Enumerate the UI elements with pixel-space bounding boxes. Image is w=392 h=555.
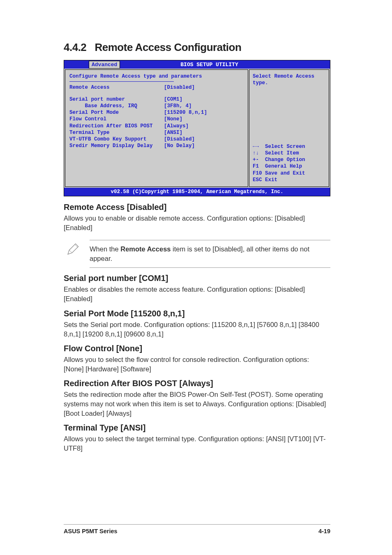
heading-remote-access: Remote Access [Disabled] <box>64 203 330 212</box>
text-redirection: Sets the redirection mode after the BIOS… <box>64 390 330 418</box>
bios-item-value: [Disabled] <box>164 136 195 143</box>
bios-item-label: Remote Access <box>69 84 164 91</box>
bios-item-value: [COM1] <box>164 96 182 103</box>
bios-tab-advanced: Advanced <box>89 61 120 69</box>
heading-serial-port-mode: Serial Port Mode [115200 8,n,1] <box>64 309 330 318</box>
section-heading: 4.4.2 Remote Access Configuration <box>64 41 330 54</box>
bios-help-row: F1General Help <box>253 163 325 170</box>
bios-help-keys: ←→Select Screen ↑↓Select Item +-Change O… <box>253 143 325 184</box>
bios-item-terminal-type: Terminal Type [ANSI] <box>69 129 244 136</box>
bios-item-label: VT-UTFB Combo Key Support <box>69 136 164 143</box>
key-desc: General Help <box>265 163 302 170</box>
key-icon: ↑↓ <box>253 150 265 157</box>
note-bold: Remote Access <box>120 245 171 253</box>
bios-help-row: ESCExit <box>253 177 325 183</box>
bios-help-row: ←→Select Screen <box>253 143 325 150</box>
page-footer: ASUS P5MT Series 4-19 <box>64 524 330 534</box>
text-terminal-type: Allows you to select the target terminal… <box>64 434 330 453</box>
note-prefix: When the <box>90 245 120 253</box>
bios-item-redirection: Redirection After BIOS POST [Always] <box>69 123 244 129</box>
bios-item-value: [Always] <box>164 123 189 129</box>
bios-item-label: Redirection After BIOS POST <box>69 123 164 129</box>
bios-item-serial-port-mode: Serial Port Mode [115200 8,n,1] <box>69 109 244 116</box>
bios-item-value: [115200 8,n,1] <box>164 109 207 116</box>
key-icon: ←→ <box>253 143 265 150</box>
bios-item-value: [None] <box>164 116 182 122</box>
bios-footer: v02.58 (C)Copyright 1985-2004, American … <box>64 188 330 196</box>
bios-item-label: Serial port number <box>69 96 164 103</box>
heading-terminal-type: Terminal Type [ANSI] <box>64 423 330 433</box>
footer-left: ASUS P5MT Series <box>64 528 118 534</box>
bios-utility-title: BIOS SETUP UTILITY <box>89 62 330 69</box>
key-desc: Change Option <box>265 157 305 163</box>
key-icon: F1 <box>253 163 265 170</box>
bios-item-label: Sredir Memory Display Delay <box>69 143 164 149</box>
bios-help-text: Select Remote Access type. <box>253 73 325 87</box>
svg-line-0 <box>69 250 72 253</box>
bios-item-flow-control: Flow Control [None] <box>69 116 244 122</box>
bios-body: Configure Remote Access type and paramet… <box>64 69 330 188</box>
note-text: When the Remote Access item is set to [D… <box>90 240 330 268</box>
section-number: 4.4.2 <box>64 41 86 53</box>
bios-panel-title: Configure Remote Access type and paramet… <box>69 73 244 80</box>
bios-item-base-address: Base Address, IRQ [3F8h, 4] <box>69 103 244 109</box>
key-icon: F10 <box>253 170 265 177</box>
section-title-text: Remote Access Configuration <box>95 41 242 53</box>
bios-title-bar: BIOS SETUP UTILITY Advanced <box>64 60 330 69</box>
text-serial-port-mode: Sets the Serial port mode. Configuration… <box>64 320 330 339</box>
bios-item-value: [ANSI] <box>164 129 182 136</box>
bios-item-label: Flow Control <box>69 116 164 122</box>
key-icon: +- <box>253 157 265 163</box>
bios-item-value: [No Delay] <box>164 143 195 149</box>
bios-help-row: ↑↓Select Item <box>253 150 325 157</box>
key-icon: ESC <box>253 177 265 183</box>
note-block: When the Remote Access item is set to [D… <box>66 240 330 268</box>
bios-item-sredir: Sredir Memory Display Delay [No Delay] <box>69 143 244 149</box>
footer-right: 4-19 <box>318 528 330 534</box>
bios-item-remote-access: Remote Access [Disabled] <box>69 84 244 91</box>
bios-item-vt-utfb: VT-UTFB Combo Key Support [Disabled] <box>69 136 244 143</box>
key-desc: Save and Exit <box>265 170 305 177</box>
key-desc: Exit <box>265 177 277 183</box>
bios-item-value: [3F8h, 4] <box>164 103 192 109</box>
bios-panel-divider <box>69 81 174 82</box>
bios-left-panel: Configure Remote Access type and paramet… <box>65 69 248 187</box>
key-desc: Select Screen <box>265 143 305 150</box>
text-remote-access: Allows you to enable or disable remote a… <box>64 214 330 233</box>
bios-item-label: Terminal Type <box>69 129 164 136</box>
bios-right-panel: Select Remote Access type. ←→Select Scre… <box>249 69 329 187</box>
bios-help-row: F10Save and Exit <box>253 170 325 177</box>
text-serial-port-number: Enables or disables the remote access fe… <box>64 285 330 304</box>
bios-help-row: +-Change Option <box>253 157 325 163</box>
heading-flow-control: Flow Control [None] <box>64 344 330 353</box>
bios-item-value: [Disabled] <box>164 84 195 91</box>
bios-item-label: Base Address, IRQ <box>69 103 164 109</box>
pencil-icon <box>66 242 82 258</box>
key-desc: Select Item <box>265 150 299 157</box>
text-flow-control: Allows you to select the flow control fo… <box>64 355 330 374</box>
heading-redirection: Redirection After BIOS POST [Always] <box>64 379 330 388</box>
heading-serial-port-number: Serial port number [COM1] <box>64 274 330 283</box>
bios-item-label: Serial Port Mode <box>69 109 164 116</box>
bios-item-serial-port-number: Serial port number [COM1] <box>69 96 244 103</box>
bios-screenshot: BIOS SETUP UTILITY Advanced Configure Re… <box>64 60 330 196</box>
svg-line-1 <box>75 244 78 247</box>
